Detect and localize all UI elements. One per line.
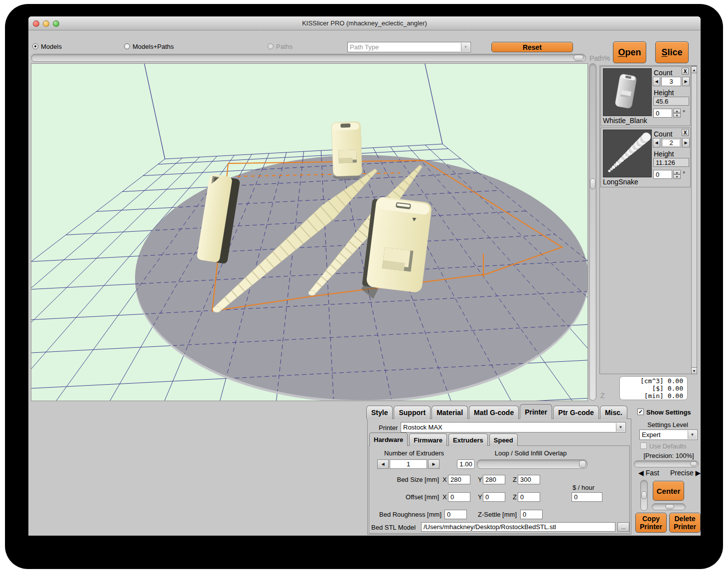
models-radio[interactable] [32, 43, 38, 49]
view-vertical-slider-handle[interactable] [641, 491, 647, 499]
subtab-extruders[interactable]: Extruders [448, 433, 488, 446]
extruders-increment-icon[interactable]: ▶ [428, 459, 439, 469]
count-increment-icon[interactable]: ▶ [682, 138, 690, 147]
model-thumbnail-snake[interactable] [603, 130, 652, 177]
delete-printer-button[interactable]: DeletePrinter [669, 513, 701, 533]
layer-slider-handle[interactable] [590, 178, 595, 189]
printer-sub-tabs: Hardware Firmware Extruders Speed [369, 433, 519, 446]
tab-printer[interactable]: Printer [520, 404, 552, 419]
scroll-down-icon[interactable]: ▼ [691, 367, 697, 374]
subtab-speed[interactable]: Speed [489, 433, 518, 446]
tab-support[interactable]: Support [394, 406, 431, 419]
overlap-label: Loop / Solid Infill Overlap [476, 449, 585, 457]
chevron-down-icon[interactable]: ▼ [688, 431, 697, 439]
viewport-3d[interactable] [31, 63, 588, 401]
tab-misc[interactable]: Misc. [600, 406, 627, 419]
hardware-panel: Number of Extruders ◀ 1 ▶ Loop / Solid I… [369, 445, 630, 534]
use-defaults-checkbox [640, 442, 647, 449]
bed-stl-label: Bed STL Model [371, 524, 416, 531]
subtab-hardware[interactable]: Hardware [369, 432, 408, 446]
model-list-scrollbar[interactable]: ▲ ▼ [691, 66, 697, 374]
scroll-up-icon[interactable]: ▲ [691, 66, 697, 73]
tab-matl-gcode[interactable]: Matl G-code [469, 406, 519, 419]
degree-label: ° [683, 170, 685, 177]
stat-cost: [$] 0.00 [620, 385, 683, 392]
num-extruders-label: Number of Extruders [374, 449, 454, 457]
window-title: KISSlicer PRO (mhackney_eclectic_angler) [28, 19, 701, 27]
models-paths-radio[interactable] [124, 43, 130, 49]
count-decrement-icon[interactable]: ◀ [653, 77, 660, 86]
path-percent-label: Path% [589, 54, 610, 62]
path-percent-slider[interactable] [31, 54, 586, 62]
rotation-field[interactable]: 0 [653, 109, 672, 118]
offset-label: Offset [mm] [379, 493, 439, 501]
model-name: LongSnake [603, 178, 638, 186]
browse-bed-stl-button[interactable]: ... [617, 522, 629, 532]
offset-z-field[interactable]: 0 [518, 492, 540, 502]
dollar-hour-field[interactable]: 0 [572, 492, 602, 502]
count-decrement-icon[interactable]: ◀ [653, 138, 660, 147]
copy-printer-button[interactable]: CopyPrinter [635, 513, 667, 533]
path-percent-slider-handle[interactable] [574, 55, 583, 61]
title-bar[interactable]: KISSlicer PRO (mhackney_eclectic_angler) [28, 16, 701, 30]
extruders-decrement-icon[interactable]: ◀ [377, 459, 389, 469]
bed-stl-field[interactable]: /Users/mhackney/Desktop/RostockBedSTL.st… [421, 522, 615, 532]
tab-style[interactable]: Style [366, 406, 393, 419]
model-whistle-top [331, 122, 362, 176]
tab-material[interactable]: Material [432, 406, 468, 419]
reset-button[interactable]: Reset [491, 42, 573, 52]
settings-level-select[interactable]: Expert ▼ [639, 430, 698, 440]
offset-x-field[interactable]: 0 [448, 492, 470, 502]
model-name: Whistle_Blank [603, 117, 647, 125]
paths-radio [268, 43, 274, 49]
precision-slider-handle[interactable] [690, 461, 697, 466]
view-horizontal-slider-handle[interactable] [665, 504, 674, 509]
tab-ptr-gcode[interactable]: Ptr G-code [553, 406, 599, 419]
model-thumbnail-whistle[interactable] [603, 68, 652, 116]
path-type-value: Path Type [350, 43, 379, 51]
printer-panel: Printer Rostock MAX ▼ Hardware Firmware … [367, 419, 631, 535]
rotation-field[interactable]: 0 [653, 170, 672, 179]
subtab-firmware[interactable]: Firmware [409, 433, 447, 446]
offset-z-label: Z [513, 493, 517, 501]
show-settings-checkbox[interactable]: ✓ [637, 409, 644, 415]
remove-model-button[interactable]: X [682, 129, 689, 136]
offset-y-field[interactable]: 0 [483, 492, 505, 502]
count-field[interactable]: 3 [661, 77, 681, 86]
height-label: Height [654, 89, 674, 97]
height-label: Height [654, 150, 674, 158]
num-extruders-field[interactable]: 1 [390, 459, 427, 469]
model-card-whistle-blank[interactable]: Whistle_Blank Count X ◀ 3 ▶ Height 45.6 … [600, 66, 691, 126]
bed-y-field[interactable]: 280 [483, 475, 505, 484]
slice-button[interactable]: Slice [655, 41, 689, 63]
layer-slider[interactable] [589, 63, 596, 401]
overlap-slider[interactable] [477, 459, 587, 469]
rotation-up-icon[interactable]: ▲ [673, 170, 681, 174]
rotation-down-icon[interactable]: ▼ [673, 113, 681, 118]
height-field[interactable]: 11.126 [653, 158, 689, 167]
center-button[interactable]: Center [653, 481, 684, 501]
chevron-down-icon[interactable]: ▼ [616, 423, 625, 431]
height-field[interactable]: 45.6 [653, 97, 689, 106]
bed-roughness-label: Bed Roughness [mm] [374, 511, 441, 518]
model-card-longsnake[interactable]: LongSnake Count X ◀ 2 ▶ Height 11.126 0 … [600, 128, 691, 187]
print-stats: [cm^3] 0.00 [$] 0.00 [min] 0.00 [619, 376, 688, 400]
overlap-slider-handle[interactable] [579, 460, 586, 468]
rotation-up-icon[interactable]: ▲ [673, 109, 681, 113]
models-radio-label: Models [41, 43, 62, 50]
bed-x-field[interactable]: 280 [448, 475, 470, 484]
remove-model-button[interactable]: X [682, 68, 689, 75]
z-settle-field[interactable]: 0 [520, 510, 543, 519]
precision-slider[interactable] [634, 460, 699, 467]
bed-z-field[interactable]: 300 [518, 475, 540, 484]
bed-roughness-field[interactable]: 0 [444, 510, 467, 519]
count-increment-icon[interactable]: ▶ [682, 77, 690, 86]
view-horizontal-slider[interactable] [652, 503, 686, 510]
printer-select[interactable]: Rostock MAX ▼ [401, 422, 626, 432]
view-vertical-slider[interactable] [640, 480, 648, 511]
open-button[interactable]: Open [613, 41, 646, 63]
count-field[interactable]: 2 [661, 138, 681, 147]
fast-label[interactable]: ◀ Fast [638, 469, 659, 477]
precise-label[interactable]: Precise ▶ [670, 469, 701, 477]
rotation-down-icon[interactable]: ▼ [673, 174, 681, 179]
